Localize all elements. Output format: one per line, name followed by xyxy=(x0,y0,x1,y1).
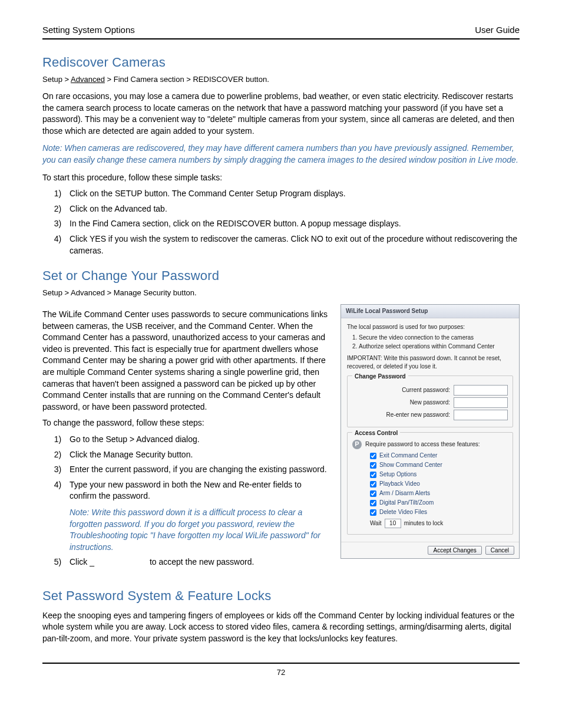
cancel-button[interactable]: Cancel xyxy=(485,546,514,555)
wait-pre: Wait xyxy=(370,519,382,528)
chk-digital-ptz[interactable] xyxy=(370,500,376,506)
list-item: Authorize select operations within Comma… xyxy=(359,342,513,351)
dialog-intro: The local password is used for two purpo… xyxy=(347,323,513,331)
password-lead: To change the password, follow these ste… xyxy=(42,417,330,429)
header-rule xyxy=(42,38,520,39)
password-steps: Go to the Setup > Advanced dialog. Click… xyxy=(66,434,330,568)
list-item: In the Find Camera section, click on the… xyxy=(66,218,520,230)
page-number: 72 xyxy=(42,667,520,678)
password-setup-dialog: WiLife Local Password Setup The local pa… xyxy=(340,304,520,559)
new-password-input[interactable] xyxy=(454,397,508,408)
chk-delete-video-files[interactable] xyxy=(370,509,376,516)
list-item: Click YES if you wish the system to redi… xyxy=(66,233,520,256)
crumb-advanced-link: Advanced xyxy=(71,75,105,84)
wait-post: minutes to lock xyxy=(404,519,444,528)
chk-playback-video[interactable] xyxy=(370,481,376,487)
password-paragraph: The WiLife Command Center uses passwords… xyxy=(42,309,330,413)
header-left: Setting System Options xyxy=(42,24,135,36)
change-password-legend: Change Password xyxy=(352,373,408,381)
crumb-text: Setup > xyxy=(42,75,71,84)
section-password-title: Set or Change Your Password xyxy=(42,267,520,285)
dialog-important: IMPORTANT: Write this password down. It … xyxy=(347,354,513,371)
current-password-label: Current password: xyxy=(402,386,450,394)
password-breadcrumb: Setup > Advanced > Manage Security butto… xyxy=(42,288,520,298)
rediscover-breadcrumb: Setup > Advanced > Find Camera section >… xyxy=(42,74,520,85)
step5-post: to accept the new password. xyxy=(147,557,254,566)
chk-label: Playback Video xyxy=(379,480,420,488)
crumb-text: > Find Camera section > REDISCOVER butto… xyxy=(105,75,269,84)
chk-arm-disarm-alerts[interactable] xyxy=(370,490,376,497)
accept-changes-button[interactable]: Accept Changes xyxy=(428,546,481,555)
chk-label: Setup Options xyxy=(379,470,416,479)
rediscover-lead: To start this procedure, follow these si… xyxy=(42,172,520,184)
list-item: Click the Manage Security button. xyxy=(66,449,330,461)
current-password-input[interactable] xyxy=(454,385,508,396)
step4-text: Type your new password in both the New a… xyxy=(70,480,302,501)
section-rediscover-title: Rediscover Cameras xyxy=(42,54,520,72)
list-item: Secure the video connection to the camer… xyxy=(359,334,513,342)
new-password-label: New password: xyxy=(410,398,450,407)
chk-label: Delete Video Files xyxy=(379,508,427,516)
chk-label: Show Command Center xyxy=(379,461,442,469)
header-right: User Guide xyxy=(475,24,520,36)
list-item: Type your new password in both the New a… xyxy=(66,479,330,554)
step5-pre: Click xyxy=(70,557,90,566)
access-control-legend: Access Control xyxy=(352,429,400,437)
chk-label: Digital Pan/Tilt/Zoom xyxy=(379,499,434,507)
rediscover-paragraph: On rare occasions, you may lose a camera… xyxy=(42,91,520,137)
padlock-icon: P xyxy=(352,440,362,449)
dialog-purposes: Secure the video connection to the camer… xyxy=(359,334,513,351)
rediscover-note: Note: When cameras are rediscovered, the… xyxy=(42,143,520,166)
chk-label: Arm / Disarm Alerts xyxy=(379,489,430,498)
chk-show-command-center[interactable] xyxy=(370,462,376,469)
dialog-title: WiLife Local Password Setup xyxy=(341,305,519,318)
list-item: Click on the Advanced tab. xyxy=(66,203,520,215)
section-locks-title: Set Password System & Feature Locks xyxy=(42,587,520,605)
chk-exit-command-center[interactable] xyxy=(370,453,376,459)
locks-paragraph: Keep the snooping eyes and tampering fin… xyxy=(42,610,520,645)
list-item: Go to the Setup > Advanced dialog. xyxy=(66,434,330,446)
chk-setup-options[interactable] xyxy=(370,472,376,478)
step5-blank: _ xyxy=(90,557,94,566)
chk-label: Exit Command Center xyxy=(379,452,437,460)
password-step-note: Note: Write this password down it is a d… xyxy=(70,507,330,553)
wait-minutes-stepper[interactable]: 10 xyxy=(385,519,401,528)
access-control-fieldset: Access Control P Require password to acc… xyxy=(347,432,513,535)
reenter-password-label: Re-enter new password: xyxy=(386,411,450,419)
list-item: Click on the SETUP button. The Command C… xyxy=(66,188,520,200)
list-item: Enter the current password, if you are c… xyxy=(66,464,330,476)
footer-rule xyxy=(42,663,520,664)
change-password-fieldset: Change Password Current password: New pa… xyxy=(347,375,513,427)
access-control-lead: Require password to access these feature… xyxy=(365,440,480,449)
reenter-password-input[interactable] xyxy=(454,410,508,420)
rediscover-steps: Click on the SETUP button. The Command C… xyxy=(66,188,520,256)
list-item: Click _ to accept the new password. xyxy=(66,556,330,568)
